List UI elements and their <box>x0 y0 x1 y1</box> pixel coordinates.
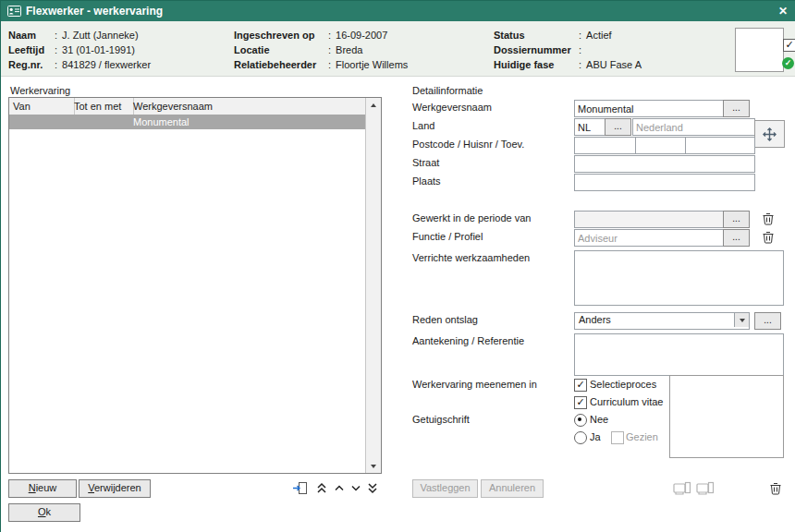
postcode-label: Postcode / Huisnr / Toev. <box>412 137 524 152</box>
verwijderen-button[interactable]: Verwijderen <box>79 479 151 498</box>
close-icon[interactable]: ✕ <box>775 1 791 21</box>
first-record-icon[interactable] <box>315 480 328 495</box>
new-record-icon[interactable] <box>291 480 308 495</box>
window-title: Flexwerker - werkervaring <box>26 1 163 21</box>
curriculum-vitae-checkbox[interactable]: ✓ <box>574 396 587 409</box>
header-locatie: Locatie:Breda <box>234 42 362 57</box>
getuigschrift-nee-radio[interactable] <box>574 414 587 427</box>
reden-ontslag-select[interactable]: Anders <box>574 312 750 330</box>
vastleggen-button[interactable]: Vastleggen <box>412 479 478 498</box>
getuigschrift-ja-label: Ja <box>590 430 601 443</box>
land-label: Land <box>412 118 434 134</box>
header-dossiernummer: Dossiernummer: <box>494 42 586 57</box>
trash-icon <box>762 212 775 225</box>
huisnr-input[interactable] <box>635 137 690 154</box>
curriculum-vitae-label: Curriculum vitae <box>590 395 663 408</box>
nieuw-button[interactable]: Nieuw <box>8 479 77 498</box>
meenemen-label: Werkervaring meenemen in <box>412 377 537 393</box>
detail-section-title: Detailinformatie <box>412 84 483 97</box>
header-relatiebeheerder: Relatiebeheerder:Floortje Willems <box>234 57 408 72</box>
land-naam-input[interactable] <box>632 118 755 136</box>
periode-label: Gewerkt in de periode van <box>412 211 531 226</box>
functie-lookup-button[interactable]: ... <box>723 229 750 247</box>
header-naam: Naam:J. Zutt (Janneke) <box>8 28 139 42</box>
trash-icon <box>762 230 775 244</box>
postcode-input[interactable] <box>574 137 640 154</box>
attachment-delete-button[interactable] <box>768 480 783 495</box>
column-werkgeversnaam[interactable]: Werkgeversnaam <box>129 98 368 115</box>
last-record-icon[interactable] <box>366 480 379 495</box>
table-header: Van Tot en met Werkgeversnaam <box>9 98 366 115</box>
werkgeversnaam-label: Werkgeversnaam <box>412 100 492 115</box>
header-ingeschreven-op: Ingeschreven op:16-09-2007 <box>234 28 387 42</box>
toevoeging-input[interactable] <box>685 137 755 154</box>
column-van[interactable]: Van <box>9 98 75 115</box>
straat-label: Straat <box>412 155 439 171</box>
gezien-checkbox[interactable] <box>611 431 624 444</box>
header-status: Status:Actief <box>494 28 612 42</box>
functie-input[interactable] <box>574 229 727 247</box>
scroll-up-icon[interactable] <box>367 99 379 111</box>
getuigschrift-label: Getuigschrift <box>412 412 470 428</box>
plaats-label: Plaats <box>412 174 441 189</box>
gezien-label: Gezien <box>626 430 658 443</box>
flexwerker-header: Naam:J. Zutt (Janneke) Leeftijd:31 (01-0… <box>1 21 795 77</box>
flexwerker-werkervaring-dialog: Flexwerker - werkervaring ✕ Naam:J. Zutt… <box>0 0 795 532</box>
table-row[interactable]: Monumental <box>9 115 366 129</box>
werkzaamheden-label: Verrichte werkzaamheden <box>412 250 530 266</box>
functie-label: Functie / Profiel <box>412 229 483 245</box>
four-arrows-icon <box>762 127 777 142</box>
header-checkbox[interactable]: ✓ <box>783 39 795 52</box>
land-lookup-button[interactable]: ... <box>605 118 631 136</box>
status-ok-icon: ✓ <box>782 57 794 69</box>
periode-lookup-button[interactable]: ... <box>723 211 750 228</box>
plaats-input[interactable] <box>574 174 755 191</box>
selectieproces-label: Selectieproces <box>590 378 656 391</box>
reden-ontslag-label: Reden ontslag <box>412 312 478 328</box>
trash-icon <box>769 481 782 495</box>
annuleren-button[interactable]: Annuleren <box>481 479 544 498</box>
werkgeversnaam-lookup-button[interactable]: ... <box>723 100 750 117</box>
werkzaamheden-textarea[interactable] <box>574 250 784 306</box>
vertical-scrollbar[interactable] <box>365 98 381 473</box>
werkervaring-table: Van Tot en met Werkgeversnaam Monumental <box>8 97 382 474</box>
getuigschrift-preview-box <box>669 375 784 458</box>
scan-icon[interactable] <box>695 480 715 495</box>
column-tot-en-met[interactable]: Tot en met <box>70 98 134 115</box>
reden-ontslag-lookup-button[interactable]: ... <box>754 312 781 330</box>
werkervaring-section-title: Werkervaring <box>10 84 70 97</box>
selectieproces-checkbox[interactable]: ✓ <box>574 379 587 392</box>
aantekening-textarea[interactable] <box>574 333 784 376</box>
periode-input[interactable] <box>574 211 727 228</box>
getuigschrift-nee-label: Nee <box>590 413 608 426</box>
functie-delete-button[interactable] <box>761 229 776 245</box>
scroll-down-icon[interactable] <box>367 460 379 472</box>
header-regnr: Reg.nr.:841829 / flexwerker <box>8 57 151 72</box>
titlebar[interactable]: Flexwerker - werkervaring ✕ <box>1 1 795 21</box>
header-huidige-fase: Huidige fase:ABU Fase A <box>494 57 642 72</box>
periode-delete-button[interactable] <box>761 211 776 226</box>
straat-input[interactable] <box>574 155 755 173</box>
ok-button[interactable]: Ok <box>8 503 80 522</box>
print-icon[interactable] <box>672 480 691 495</box>
header-leeftijd: Leeftijd:31 (01-01-1991) <box>8 42 135 57</box>
map-route-button[interactable] <box>754 120 785 148</box>
photo-placeholder <box>735 28 784 72</box>
aantekening-label: Aantekening / Referentie <box>412 333 524 349</box>
getuigschrift-ja-radio[interactable] <box>574 431 587 444</box>
next-record-icon[interactable] <box>349 480 362 495</box>
werkgeversnaam-input[interactable] <box>574 100 727 117</box>
dropdown-arrow-icon <box>734 313 749 327</box>
previous-record-icon[interactable] <box>333 480 346 495</box>
flexwerker-card-icon <box>7 5 21 18</box>
